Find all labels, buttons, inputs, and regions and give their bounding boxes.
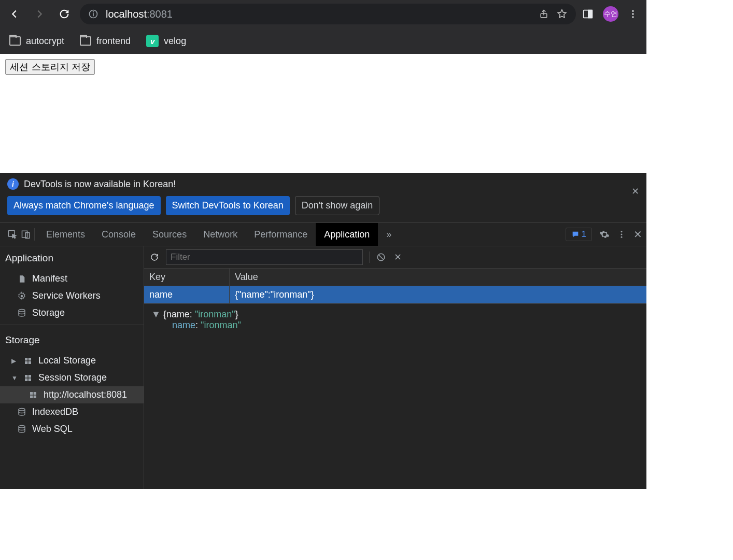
kebab-menu-icon[interactable] xyxy=(617,230,626,239)
svg-rect-24 xyxy=(25,378,27,381)
svg-rect-6 xyxy=(588,10,592,18)
sidebar-section-application: Application xyxy=(0,246,144,270)
sidebar-item-indexeddb[interactable]: IndexedDB xyxy=(0,403,144,421)
storage-table: Key Value name {"name":"ironman"} xyxy=(144,269,646,304)
clear-all-icon[interactable] xyxy=(376,252,386,262)
svg-rect-27 xyxy=(34,392,36,395)
inspect-icon[interactable] xyxy=(7,229,18,240)
svg-point-17 xyxy=(19,309,25,312)
svg-rect-21 xyxy=(29,361,31,363)
grid-icon xyxy=(23,356,33,366)
close-devtools-icon[interactable]: ✕ xyxy=(633,228,642,241)
svg-point-15 xyxy=(621,236,623,238)
table-row[interactable]: name {"name":"ironman"} xyxy=(144,286,646,303)
svg-point-16 xyxy=(21,295,23,297)
svg-point-14 xyxy=(621,234,623,235)
svg-point-30 xyxy=(19,408,25,411)
bookmark-velog[interactable]: vvelog xyxy=(146,35,186,47)
banner-message: DevTools is now available in Korean! xyxy=(24,179,176,190)
delete-icon[interactable]: ✕ xyxy=(392,252,403,262)
close-icon[interactable]: ✕ xyxy=(631,186,639,197)
grid-icon xyxy=(28,390,38,400)
svg-rect-20 xyxy=(25,361,27,363)
issues-badge[interactable]: 1 xyxy=(566,228,592,241)
sidebar-item-local-storage[interactable]: ▶Local Storage xyxy=(0,352,144,369)
profile-avatar[interactable]: 수연 xyxy=(603,6,618,22)
devtools-tabs: Elements Console Sources Network Perform… xyxy=(0,222,646,246)
storage-main: ✕ Key Value name {"name":"ironman"} ▼ {n… xyxy=(144,246,646,489)
switch-korean-button[interactable]: Switch DevTools to Korean xyxy=(166,196,290,215)
svg-point-31 xyxy=(19,425,25,428)
bookmark-frontend[interactable]: frontend xyxy=(80,36,131,47)
star-icon[interactable] xyxy=(556,8,568,20)
svg-rect-18 xyxy=(25,358,27,360)
sidebar-section-storage: Storage xyxy=(0,328,144,352)
svg-rect-23 xyxy=(29,375,31,377)
value-viewer: ▼ {name: "ironman"} name: "ironman" xyxy=(144,304,646,336)
sidebar-item-storage[interactable]: Storage xyxy=(0,304,144,321)
sidebar-item-manifest[interactable]: Manifest xyxy=(0,270,144,287)
svg-line-33 xyxy=(379,255,384,260)
sidebar-item-service-workers[interactable]: Service Workers xyxy=(0,287,144,304)
dont-show-again-button[interactable]: Don't show again xyxy=(295,196,380,215)
panel-icon[interactable] xyxy=(582,8,594,20)
devtools-locale-banner: i DevTools is now available in Korean! ✕… xyxy=(0,173,646,215)
device-toggle-icon[interactable] xyxy=(21,229,31,240)
url-host: localhost:8081 xyxy=(106,8,173,20)
info-icon: i xyxy=(7,178,19,190)
file-icon xyxy=(17,274,27,284)
svg-rect-25 xyxy=(29,378,31,381)
sidebar-item-session-storage[interactable]: ▼Session Storage xyxy=(0,369,144,386)
velog-icon: v xyxy=(146,35,159,47)
tab-console[interactable]: Console xyxy=(93,223,144,246)
sidebar-item-websql[interactable]: Web SQL xyxy=(0,421,144,438)
tab-network[interactable]: Network xyxy=(195,223,246,246)
svg-point-2 xyxy=(93,11,94,12)
svg-rect-19 xyxy=(29,358,31,360)
bookmarks-bar: autocrypt frontend vvelog xyxy=(0,28,646,54)
tab-elements[interactable]: Elements xyxy=(38,223,93,246)
cell-value: {"name":"ironman"} xyxy=(230,286,646,303)
storage-toolbar: ✕ xyxy=(144,246,646,269)
reload-button[interactable] xyxy=(55,5,74,23)
devtools-panel: i DevTools is now available in Korean! ✕… xyxy=(0,173,646,489)
svg-rect-28 xyxy=(30,395,33,398)
cell-key: name xyxy=(144,286,230,303)
table-header-value[interactable]: Value xyxy=(230,269,646,286)
svg-rect-26 xyxy=(30,392,33,395)
sidebar-item-origin[interactable]: http://localhost:8081 xyxy=(0,386,144,403)
always-match-button[interactable]: Always match Chrome's language xyxy=(7,196,161,215)
site-info-icon[interactable] xyxy=(88,9,98,19)
folder-icon xyxy=(9,36,21,46)
svg-rect-11 xyxy=(22,231,27,237)
browser-toolbar: localhost:8081 수연 xyxy=(0,0,646,28)
database-icon xyxy=(17,407,27,417)
tabs-overflow-icon[interactable]: » xyxy=(378,223,400,246)
save-session-storage-button[interactable]: 세션 스토리지 저장 xyxy=(5,59,95,75)
settings-icon[interactable] xyxy=(599,229,610,240)
svg-point-7 xyxy=(632,10,633,12)
refresh-icon[interactable] xyxy=(149,252,160,262)
viewer-line-1[interactable]: ▼ {name: "ironman"} xyxy=(151,309,639,320)
kebab-menu-icon[interactable] xyxy=(628,9,638,19)
page-body: 세션 스토리지 저장 xyxy=(0,54,646,173)
grid-icon xyxy=(23,373,33,383)
svg-point-13 xyxy=(621,231,623,232)
database-icon xyxy=(17,308,27,318)
forward-button[interactable] xyxy=(30,5,49,23)
share-icon[interactable] xyxy=(539,9,549,19)
tab-sources[interactable]: Sources xyxy=(144,223,195,246)
bookmark-autocrypt[interactable]: autocrypt xyxy=(9,36,64,47)
svg-rect-22 xyxy=(25,375,27,377)
tab-performance[interactable]: Performance xyxy=(246,223,316,246)
svg-rect-29 xyxy=(34,395,36,398)
filter-input[interactable] xyxy=(166,249,363,265)
svg-point-9 xyxy=(632,16,633,18)
back-button[interactable] xyxy=(5,5,24,23)
tab-application[interactable]: Application xyxy=(316,223,378,246)
url-bar[interactable]: localhost:8081 xyxy=(80,4,576,24)
application-sidebar: Application Manifest Service Workers Sto… xyxy=(0,246,144,489)
viewer-line-2[interactable]: name: "ironman" xyxy=(151,320,639,331)
folder-icon xyxy=(80,36,91,46)
table-header-key[interactable]: Key xyxy=(144,269,230,286)
